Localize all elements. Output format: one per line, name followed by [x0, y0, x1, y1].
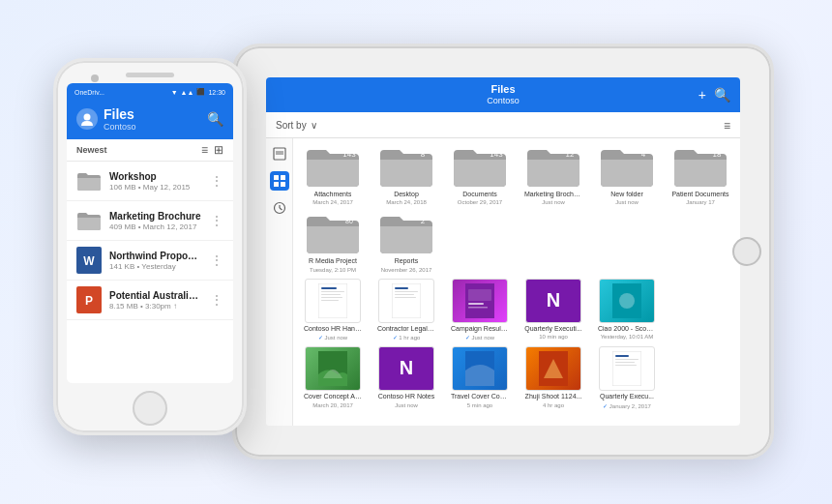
- ipad-file-cover[interactable]: Cover Concept Art... March 20, 2017: [299, 346, 367, 408]
- ipad-sidebar: [266, 138, 293, 426]
- file-date: ✓ Just now: [318, 334, 347, 341]
- phone-sort-label: Newest: [76, 145, 107, 155]
- svg-line-9: [280, 208, 282, 210]
- ipad-file-contoso-notes[interactable]: N Contoso HR Notes Just now: [372, 346, 440, 408]
- phone-file-meta: 409 MB • March 12, 2017: [109, 222, 202, 231]
- phone-more-button[interactable]: ⋮: [210, 213, 223, 228]
- folder-name: Documents: [462, 191, 496, 198]
- ipad-search-icon[interactable]: 🔍: [714, 87, 730, 103]
- phone-avatar[interactable]: [76, 108, 98, 130]
- svg-text:143: 143: [342, 150, 356, 159]
- svg-text:4: 4: [641, 150, 646, 159]
- ipad-file-travel[interactable]: Travel Cover Conce... 5 min ago: [446, 346, 514, 408]
- phone-home-button[interactable]: [133, 391, 167, 426]
- file-date: 4 hr ago: [543, 402, 564, 408]
- phone-toolbar: Newest ≡ ⊞: [67, 139, 233, 162]
- file-name: Quarterly Executi...: [524, 325, 582, 333]
- ipad-file-contoso-hr[interactable]: Contoso HR Handb... ✓ Just now: [299, 279, 367, 341]
- phone-docx-icon: W: [76, 248, 102, 273]
- phone-list-item-northwind[interactable]: W Northwind Proposal.docx 141 KB • Yeste…: [67, 241, 233, 281]
- phone-grid-view-icon[interactable]: ⊞: [214, 143, 223, 157]
- ipad-folder-desktop[interactable]: 8 Desktop March 24, 2018: [372, 144, 440, 205]
- file-name: Contoso HR Handb...: [304, 325, 362, 333]
- folder-date: March 24, 2018: [386, 199, 427, 205]
- ipad-folder-patient[interactable]: 18 Patient Documents January 17: [667, 144, 734, 205]
- svg-text:143: 143: [490, 150, 503, 159]
- ipad-file-zhuji[interactable]: Zhuji Shoot 1124... 4 hr ago: [520, 346, 587, 408]
- ipad-sidebar-file-icon[interactable]: [270, 144, 289, 163]
- phone-title-block: Files Contoso: [104, 106, 136, 132]
- phone-signal-icon: ▼: [171, 89, 178, 96]
- svg-text:N: N: [547, 289, 560, 311]
- phone-file-title: Potential Australia Exp.pptx: [109, 290, 202, 301]
- svg-rect-32: [468, 307, 488, 309]
- svg-rect-27: [395, 294, 414, 295]
- svg-rect-30: [468, 289, 491, 301]
- svg-text:W: W: [83, 254, 95, 268]
- ipad-add-icon[interactable]: +: [698, 87, 706, 103]
- ipad-folders-row2: 80 R Media Project Tuesday, 2:10 PM 2: [299, 211, 734, 272]
- ipad-folder-documents[interactable]: 143 Documents October 29, 2017: [446, 144, 514, 205]
- phone-file-title: Marketing Brochure: [109, 211, 202, 222]
- ipad-sortbar: Sort by ∨ ≡: [266, 112, 740, 138]
- phone-list-item-marketing[interactable]: Marketing Brochure 409 MB • March 12, 20…: [67, 201, 233, 241]
- file-name: Contractor Legal In...: [377, 325, 435, 333]
- ipad-sidebar-grid-icon[interactable]: [270, 171, 289, 191]
- svg-rect-22: [321, 297, 342, 298]
- ipad-sort-control[interactable]: Sort by ∨: [276, 120, 317, 131]
- phone-time: 12:30: [208, 89, 225, 96]
- ipad-folder-marketing[interactable]: 12 Marketing Brochure Just now: [520, 144, 587, 205]
- file-date: ✓ 1 hr ago: [393, 334, 421, 341]
- phone-battery-icon: ⬛: [196, 88, 205, 96]
- folder-name: Desktop: [394, 191, 419, 198]
- svg-text:80: 80: [345, 218, 353, 224]
- svg-rect-31: [468, 303, 484, 305]
- phone-more-button[interactable]: ⋮: [210, 292, 223, 308]
- phone-more-button[interactable]: ⋮: [210, 252, 223, 268]
- ipad-folder-reports[interactable]: 2 Reports November 26, 2017: [372, 211, 440, 272]
- phone-folder-icon: [76, 168, 102, 193]
- file-name: Quarterly Execu...: [600, 393, 654, 400]
- ipad-app-title: Files Contoso: [487, 83, 520, 106]
- phone-view-toggles: ≡ ⊞: [201, 143, 223, 157]
- phone-app-subtitle: Contoso: [104, 122, 136, 132]
- phone-file-list: Workshop 106 MB • May 12, 2015 ⋮ Marketi…: [67, 162, 233, 383]
- phone-speaker: [126, 73, 174, 77]
- svg-text:12: 12: [566, 150, 575, 159]
- svg-rect-5: [274, 182, 279, 187]
- file-date: ✓ Just now: [465, 334, 494, 341]
- phone-list-item-australia[interactable]: P Potential Australia Exp.pptx 8.15 MB •…: [67, 281, 233, 320]
- file-name: Cover Concept Art...: [304, 393, 362, 400]
- ipad-menu-icon[interactable]: ≡: [724, 116, 730, 133]
- folder-name: Marketing Brochure: [524, 191, 582, 198]
- phone-search-button[interactable]: 🔍: [207, 111, 223, 127]
- ipad-file-contractor[interactable]: Contractor Legal In... ✓ 1 hr ago: [372, 279, 440, 341]
- ipad-file-ciao[interactable]: Ciao 2000 - Scoot... Yesterday, 10:01 AM: [593, 279, 661, 341]
- file-date: Just now: [395, 402, 418, 408]
- ipad-folder-rmedia[interactable]: 80 R Media Project Tuesday, 2:10 PM: [299, 211, 367, 272]
- phone-folder-icon: [76, 208, 102, 233]
- phone-screen: OneDriv... ▼ ▲▲ ⬛ 12:30 Files Contoso 🔍: [67, 83, 233, 383]
- ipad-sidebar-clock-icon[interactable]: [270, 198, 289, 218]
- svg-rect-28: [395, 297, 416, 298]
- phone-list-item-workshop[interactable]: Workshop 106 MB • May 12, 2015 ⋮: [67, 162, 233, 201]
- ipad-file-quarterly[interactable]: N Quarterly Executi... 10 min ago: [520, 279, 587, 341]
- svg-rect-26: [395, 291, 418, 292]
- folder-name: Attachments: [314, 191, 352, 198]
- phone-list-view-icon[interactable]: ≡: [201, 143, 208, 157]
- ipad-file-campaign[interactable]: Campaign Results... ✓ Just now: [446, 279, 514, 341]
- ipad-file-quarterly-exec[interactable]: Quarterly Execu... ✓ January 2, 2017: [593, 346, 661, 408]
- svg-rect-20: [321, 291, 344, 292]
- ipad-home-button[interactable]: [732, 237, 761, 266]
- folder-name: R Media Project: [309, 257, 357, 265]
- svg-rect-3: [274, 175, 279, 180]
- phone-file-info: Workshop 106 MB • May 12, 2015: [109, 171, 202, 192]
- phone-status-icons: ▼ ▲▲ ⬛ 12:30: [171, 88, 225, 96]
- ipad-folders-row: 143 Attachments March 24, 2017 8: [299, 144, 734, 205]
- phone-more-button[interactable]: ⋮: [210, 173, 223, 189]
- ipad-folder-new[interactable]: 4 New folder Just now: [593, 144, 661, 205]
- file-date: 5 min ago: [467, 402, 492, 408]
- phone-file-info: Northwind Proposal.docx 141 KB • Yesterd…: [109, 251, 202, 271]
- file-date: 10 min ago: [539, 334, 568, 340]
- ipad-folder-attachments[interactable]: 143 Attachments March 24, 2017: [299, 144, 367, 205]
